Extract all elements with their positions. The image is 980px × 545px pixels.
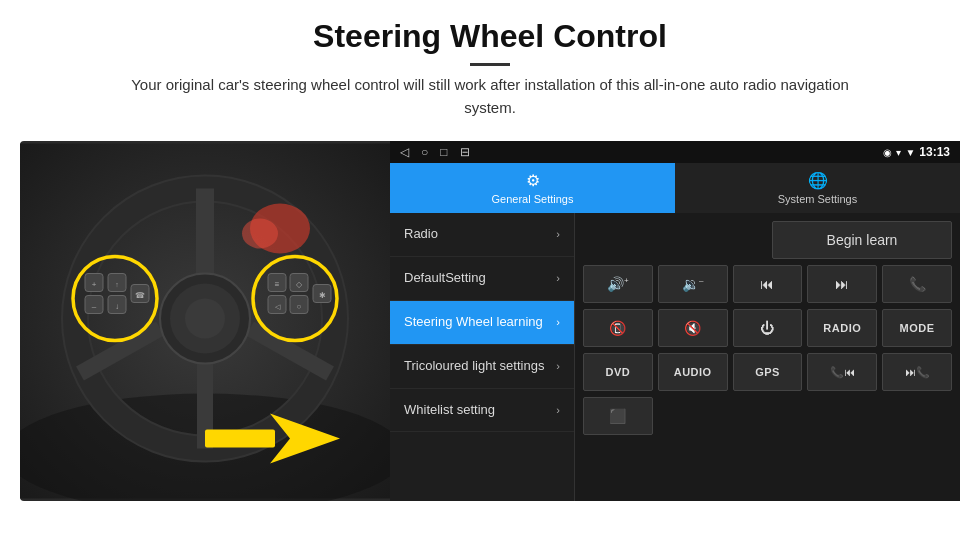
menu-item-whitelist-label: Whitelist setting: [404, 402, 556, 419]
control-row-1: 🔊+ 🔉– ⏮ ⏭ 📞: [583, 265, 952, 303]
page-title: Steering Wheel Control: [40, 18, 940, 55]
recents-icon: □: [440, 145, 447, 159]
svg-text:☎: ☎: [135, 291, 145, 300]
phone-next-button[interactable]: ⏭📞: [882, 353, 952, 391]
home-icon: ○: [421, 145, 428, 159]
chevron-right-icon: ›: [556, 360, 560, 372]
radio-button[interactable]: RADIO: [807, 309, 877, 347]
settings-content: Radio › DefaultSetting › Steering Wheel …: [390, 213, 960, 501]
nav-icons: ◁ ○ □ ⊟: [400, 145, 877, 159]
menu-item-tricoloured-label: Tricoloured light settings: [404, 358, 556, 375]
svg-point-13: [242, 219, 278, 249]
mode-label: MODE: [900, 322, 935, 334]
location-icon: ◉: [883, 147, 892, 158]
svg-text:≡: ≡: [275, 280, 280, 289]
prev-track-icon: ⏮: [760, 276, 774, 292]
control-row-4: ⬛: [583, 397, 952, 435]
mute-icon: 🔇: [684, 320, 701, 336]
chevron-right-icon: ›: [556, 316, 560, 328]
header-divider: [470, 63, 510, 66]
status-bar: ◁ ○ □ ⊟ ◉ ▾ ▼ 13:13: [390, 141, 960, 163]
tab-system[interactable]: 🌐 System Settings: [675, 163, 960, 213]
svg-text:↓: ↓: [115, 302, 119, 311]
audio-button[interactable]: AUDIO: [658, 353, 728, 391]
menu-item-radio-label: Radio: [404, 226, 556, 243]
header-description: Your original car's steering wheel contr…: [130, 74, 850, 119]
power-icon: ⏻: [760, 320, 774, 336]
svg-text:+: +: [92, 280, 97, 289]
settings-small-icon: ⬛: [609, 408, 626, 424]
vol-down-icon: 🔉–: [682, 276, 703, 292]
begin-learn-button[interactable]: Begin learn: [772, 221, 952, 259]
menu-item-tricoloured[interactable]: Tricoloured light settings ›: [390, 345, 574, 389]
chevron-right-icon: ›: [556, 228, 560, 240]
status-icons: ◉ ▾ ▼ 13:13: [883, 145, 950, 159]
settings-icon-button[interactable]: ⬛: [583, 397, 653, 435]
next-track-icon: ⏭: [835, 276, 849, 292]
tab-system-label: System Settings: [778, 193, 857, 205]
gear-icon: ⚙: [526, 171, 540, 190]
chevron-right-icon: ›: [556, 404, 560, 416]
tab-bar: ⚙ General Settings 🌐 System Settings: [390, 163, 960, 213]
phone-prev-icon: 📞⏮: [830, 366, 855, 379]
signal-icon: ▼: [905, 147, 915, 158]
power-button[interactable]: ⏻: [733, 309, 803, 347]
gps-button[interactable]: GPS: [733, 353, 803, 391]
hang-up-button[interactable]: 📵: [583, 309, 653, 347]
gps-label: GPS: [755, 366, 780, 378]
vol-up-icon: 🔊+: [607, 276, 629, 292]
car-image-panel: + – ↑ ↓ ☎ ≡ ◁ ◇ ○ ✱: [20, 141, 390, 501]
phone-answer-button[interactable]: 📞: [882, 265, 952, 303]
tab-general-label: General Settings: [492, 193, 574, 205]
mute-button[interactable]: 🔇: [658, 309, 728, 347]
menu-item-steering[interactable]: Steering Wheel learning ›: [390, 301, 574, 345]
svg-point-11: [185, 299, 225, 339]
svg-text:◇: ◇: [296, 280, 303, 289]
back-icon: ◁: [400, 145, 409, 159]
vol-up-button[interactable]: 🔊+: [583, 265, 653, 303]
phone-prev-button[interactable]: 📞⏮: [807, 353, 877, 391]
svg-text:–: –: [92, 302, 97, 311]
dvd-label: DVD: [606, 366, 631, 378]
menu-item-default-label: DefaultSetting: [404, 270, 556, 287]
settings-menu: Radio › DefaultSetting › Steering Wheel …: [390, 213, 575, 501]
menu-item-default[interactable]: DefaultSetting ›: [390, 257, 574, 301]
menu-icon: ⊟: [460, 145, 470, 159]
hang-up-icon: 📵: [609, 320, 626, 336]
main-content: + – ↑ ↓ ☎ ≡ ◁ ◇ ○ ✱: [20, 141, 960, 501]
controls-panel: Begin learn 🔊+ 🔉– ⏮ ⏭: [575, 213, 960, 501]
mode-button[interactable]: MODE: [882, 309, 952, 347]
dvd-button[interactable]: DVD: [583, 353, 653, 391]
begin-learn-row: Begin learn: [583, 221, 952, 259]
control-row-2: 📵 🔇 ⏻ RADIO MODE: [583, 309, 952, 347]
chevron-right-icon: ›: [556, 272, 560, 284]
phone-next-icon: ⏭📞: [905, 366, 930, 379]
svg-text:○: ○: [297, 302, 302, 311]
globe-icon: 🌐: [808, 171, 828, 190]
radio-label: RADIO: [823, 322, 861, 334]
vol-down-button[interactable]: 🔉–: [658, 265, 728, 303]
steering-wheel-image: + – ↑ ↓ ☎ ≡ ◁ ◇ ○ ✱: [20, 141, 390, 501]
prev-track-button[interactable]: ⏮: [733, 265, 803, 303]
phone-icon: 📞: [909, 276, 926, 292]
wifi-icon: ▾: [896, 147, 901, 158]
control-row-3: DVD AUDIO GPS 📞⏮ ⏭📞: [583, 353, 952, 391]
next-track-button[interactable]: ⏭: [807, 265, 877, 303]
menu-item-whitelist[interactable]: Whitelist setting ›: [390, 389, 574, 433]
menu-item-radio[interactable]: Radio ›: [390, 213, 574, 257]
tab-general[interactable]: ⚙ General Settings: [390, 163, 675, 213]
svg-text:✱: ✱: [319, 291, 326, 300]
svg-text:↑: ↑: [115, 281, 119, 288]
svg-rect-37: [205, 430, 275, 448]
menu-item-steering-label: Steering Wheel learning: [404, 314, 556, 331]
android-panel: ◁ ○ □ ⊟ ◉ ▾ ▼ 13:13 ⚙ General Settings 🌐…: [390, 141, 960, 501]
audio-label: AUDIO: [674, 366, 712, 378]
status-time: 13:13: [919, 145, 950, 159]
page-header: Steering Wheel Control Your original car…: [0, 0, 980, 129]
